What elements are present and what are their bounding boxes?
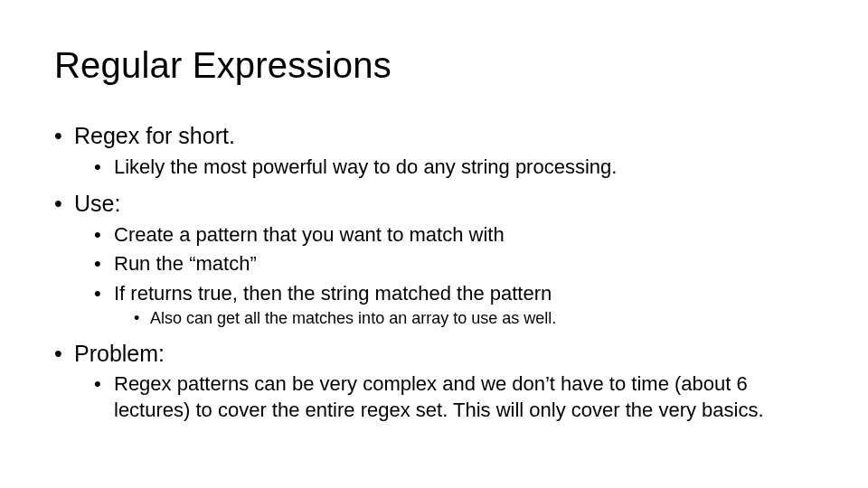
bullet-problem-sub1: Regex patterns can be very complex and w… bbox=[94, 371, 814, 423]
bullet-text: Create a pattern that you want to match … bbox=[114, 223, 505, 246]
bullet-problem: Problem: Regex patterns can be very comp… bbox=[54, 339, 814, 424]
bullet-text: Regex patterns can be very complex and w… bbox=[114, 372, 764, 421]
slide-title: Regular Expressions bbox=[54, 45, 814, 85]
bullet-use: Use: Create a pattern that you want to m… bbox=[54, 189, 814, 330]
bullet-text: Use: bbox=[74, 191, 120, 216]
bullet-text: Run the “match” bbox=[114, 252, 257, 275]
slide: Regular Expressions Regex for short. Lik… bbox=[0, 0, 868, 488]
bullet-list-level-2: Regex patterns can be very complex and w… bbox=[74, 371, 814, 423]
bullet-list-level-1: Regex for short. Likely the most powerfu… bbox=[54, 121, 814, 423]
bullet-use-sub1: Create a pattern that you want to match … bbox=[94, 222, 814, 249]
bullet-use-sub3: If returns true, then the string matched… bbox=[94, 281, 814, 330]
bullet-use-sub3-sub1: Also can get all the matches into an arr… bbox=[134, 308, 814, 329]
bullet-regex-short-sub1: Likely the most powerful way to do any s… bbox=[94, 155, 814, 181]
bullet-text: Problem: bbox=[74, 341, 165, 366]
bullet-list-level-2: Create a pattern that you want to match … bbox=[74, 222, 814, 330]
bullet-text: Likely the most powerful way to do any s… bbox=[114, 155, 617, 178]
bullet-text: Also can get all the matches into an arr… bbox=[150, 309, 556, 327]
bullet-use-sub2: Run the “match” bbox=[94, 251, 814, 277]
bullet-text: Regex for short. bbox=[74, 123, 235, 148]
bullet-text: If returns true, then the string matched… bbox=[114, 282, 552, 305]
bullet-regex-short: Regex for short. Likely the most powerfu… bbox=[54, 121, 814, 180]
bullet-list-level-3: Also can get all the matches into an arr… bbox=[114, 308, 814, 329]
bullet-list-level-2: Likely the most powerful way to do any s… bbox=[74, 155, 814, 181]
